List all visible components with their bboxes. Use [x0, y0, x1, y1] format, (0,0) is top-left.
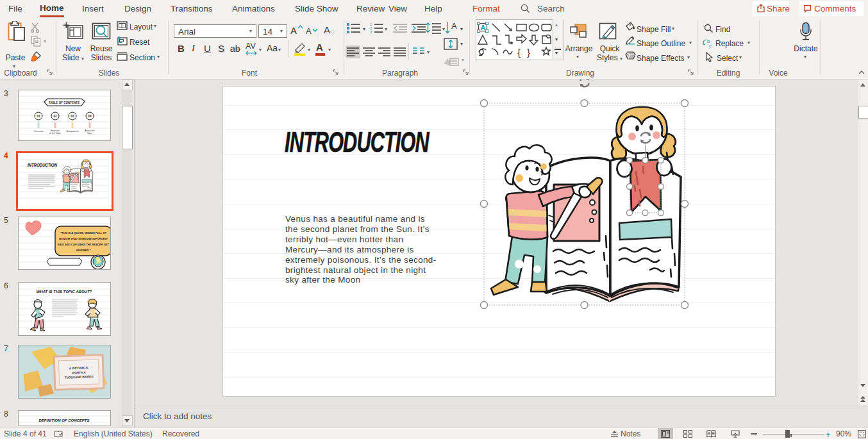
- svg-text:TABLE OF CONTENTS: TABLE OF CONTENTS: [49, 101, 79, 104]
- svg-text:Topic: Topic: [87, 132, 93, 135]
- svg-text:3: 3: [370, 30, 372, 34]
- svg-text:WHAT IS THIS TOPIC ABOUT?: WHAT IS THIS TOPIC ABOUT?: [37, 290, 92, 294]
- svg-text:SAID AND CAN MAKE THE READER G: SAID AND CAN MAKE THE READER GET: [58, 243, 110, 246]
- svg-text:"THIS IS A QUOTE, WORDS FULL O: "THIS IS A QUOTE, WORDS FULL OF: [60, 231, 107, 235]
- svg-text:}: }: [527, 47, 530, 58]
- svg-text:02: 02: [53, 115, 57, 118]
- svg-text:INSPIRED.": INSPIRED.": [76, 249, 90, 252]
- svg-text:A: A: [481, 24, 486, 31]
- svg-text:04: 04: [88, 115, 92, 118]
- svg-text:of the Topic: of the Topic: [49, 132, 62, 135]
- svg-text:c: c: [709, 43, 712, 48]
- svg-text:01: 01: [37, 115, 40, 118]
- svg-text:Assignment: Assignment: [67, 130, 79, 133]
- svg-text:A: A: [451, 21, 457, 31]
- svg-text:INTRODUCTION: INTRODUCTION: [28, 163, 58, 167]
- svg-text:{: {: [517, 47, 521, 58]
- svg-text:DEFINITION OF CONCEPTS: DEFINITION OF CONCEPTS: [38, 418, 89, 422]
- svg-text:WISDOM THAT SOMEONE IMPORTANT: WISDOM THAT SOMEONE IMPORTANT: [59, 237, 108, 240]
- svg-text:WORTH A: WORTH A: [72, 371, 86, 375]
- svg-text:Overview: Overview: [34, 130, 44, 133]
- svg-text:03: 03: [71, 115, 74, 118]
